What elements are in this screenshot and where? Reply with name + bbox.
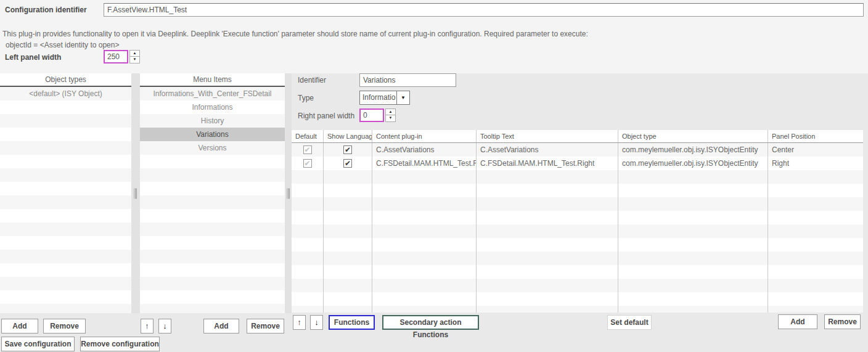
column-header: Panel Position	[768, 130, 863, 142]
table-cell-empty	[372, 211, 477, 224]
type-dropdown-value: Information	[362, 93, 396, 102]
list-item[interactable]: History	[140, 114, 285, 128]
save-configuration-button[interactable]: Save configuration	[1, 337, 75, 351]
spin-up-icon[interactable]: ▲	[385, 108, 396, 115]
list-item[interactable]: Informations	[140, 100, 285, 114]
list-row-empty	[140, 290, 285, 304]
menu-items-add-button[interactable]: Add	[203, 319, 239, 334]
table-cell-empty	[324, 184, 372, 197]
list-row-empty	[140, 182, 285, 195]
table-row-empty	[292, 265, 863, 279]
table-cell-empty	[477, 211, 618, 224]
object-types-add-button[interactable]: Add	[1, 319, 38, 334]
set-default-button[interactable]: Set default	[607, 315, 652, 330]
secondary-action-functions-button[interactable]: Secondary action Functions	[382, 315, 479, 330]
table-cell-empty	[324, 211, 372, 224]
table-cell-empty	[618, 306, 768, 313]
table-row[interactable]: ✔✔C.FSDetail.MAM.HTML_Test.RightC.FSDeta…	[292, 157, 863, 170]
left-panel-width-stepper: ▲ ▼	[129, 50, 140, 63]
table-cell-empty	[477, 252, 618, 265]
table-cell-empty	[768, 184, 863, 197]
list-row-empty	[0, 141, 131, 155]
table-row-move-down-button[interactable]: ↓	[310, 315, 323, 330]
spin-down-icon[interactable]: ▼	[385, 115, 396, 122]
chevron-down-icon: ▼	[396, 91, 409, 104]
table-row-empty	[292, 238, 863, 252]
identifier-label: Identifier	[298, 76, 326, 84]
table-cell-empty	[477, 184, 618, 197]
spin-down-icon[interactable]: ▼	[129, 57, 140, 63]
menu-items-header: Menu Items	[140, 73, 285, 87]
table-cell-empty	[324, 265, 372, 279]
table-cell-empty	[477, 279, 618, 292]
list-row-empty	[140, 236, 285, 250]
menu-items-list: Informations_With_Center_FSDetailInforma…	[140, 87, 285, 313]
configuration-identifier-label: Configuration identifier	[5, 6, 87, 14]
table-cell-empty	[768, 265, 863, 279]
column-header: Tooltip Text	[477, 130, 618, 142]
table-cell-empty	[618, 279, 768, 292]
table-cell: com.meylemueller.obj.isy.ISYObjectEntity	[618, 157, 768, 170]
list-row-empty	[0, 290, 131, 304]
show-language-checkbox[interactable]: ✔	[343, 145, 352, 154]
functions-button[interactable]: Functions	[329, 315, 375, 330]
table-row-empty	[292, 170, 863, 184]
list-row-empty	[0, 250, 131, 263]
table-cell: C.AssetVariations	[372, 143, 477, 157]
list-row-empty	[0, 128, 131, 141]
table-cell-empty	[477, 170, 618, 184]
list-row-empty	[0, 223, 131, 236]
content-plugin-table: DefaultShow LanguageContent plug-inToolt…	[292, 130, 863, 313]
list-item[interactable]: Versions	[140, 141, 285, 155]
table-cell-empty	[618, 224, 768, 238]
show-language-checkbox-cell: ✔	[324, 157, 372, 170]
menu-item-move-up-button[interactable]: ↑	[141, 319, 154, 334]
table-cell-empty	[292, 292, 324, 306]
menu-items-remove-button[interactable]: Remove	[247, 319, 284, 334]
table-cell: com.meylemueller.obj.isy.ISYObjectEntity	[618, 143, 768, 157]
table-cell-empty	[768, 224, 863, 238]
type-dropdown[interactable]: Information ▼	[359, 91, 410, 105]
menu-item-move-down-button[interactable]: ↓	[158, 319, 171, 334]
table-cell-empty	[618, 170, 768, 184]
table-cell-empty	[768, 170, 863, 184]
table-cell-empty	[618, 197, 768, 211]
identifier-input[interactable]	[359, 73, 456, 87]
spin-up-icon[interactable]: ▲	[129, 50, 140, 57]
default-checkbox-cell: ✔	[292, 143, 324, 157]
table-row-move-up-button[interactable]: ↑	[293, 315, 306, 330]
list-row-empty	[140, 209, 285, 223]
table-remove-button[interactable]: Remove	[824, 314, 861, 329]
list-row-empty	[140, 304, 285, 313]
table-cell-empty	[372, 170, 477, 184]
show-language-checkbox[interactable]: ✔	[343, 159, 352, 168]
table-row-empty	[292, 292, 863, 306]
table-cell-empty	[618, 252, 768, 265]
default-checkbox: ✔	[303, 159, 312, 168]
table-cell-empty	[768, 197, 863, 211]
table-add-button[interactable]: Add	[778, 314, 817, 329]
object-types-remove-button[interactable]: Remove	[43, 319, 86, 334]
table-row-empty	[292, 306, 863, 313]
list-item[interactable]: Informations_With_Center_FSDetail	[140, 87, 285, 100]
splitter-handle[interactable]	[131, 73, 140, 313]
left-panel-width-input[interactable]	[104, 50, 128, 63]
table-cell-empty	[324, 306, 372, 313]
splitter-handle[interactable]	[285, 73, 292, 313]
object-types-panel: Object types <default> (ISY Object)	[0, 73, 131, 313]
configuration-identifier-input[interactable]	[104, 3, 864, 17]
right-panel-width-input[interactable]	[359, 108, 384, 122]
column-header: Default	[292, 130, 324, 142]
menu-items-panel: Menu Items Informations_With_Center_FSDe…	[140, 73, 285, 313]
table-cell-empty	[372, 252, 477, 265]
table-cell-empty	[372, 197, 477, 211]
right-panel-width-label: Right panel width	[298, 112, 354, 120]
remove-configuration-button[interactable]: Remove configuration	[80, 337, 160, 351]
list-item[interactable]: Variations	[140, 128, 285, 141]
table-row-empty	[292, 224, 863, 238]
table-row-empty	[292, 252, 863, 265]
table-row[interactable]: ✔✔C.AssetVariationsC.AssetVariationscom.…	[292, 143, 863, 157]
table-cell-empty	[292, 279, 324, 292]
list-item[interactable]: <default> (ISY Object)	[0, 87, 131, 100]
table-cell-empty	[477, 265, 618, 279]
